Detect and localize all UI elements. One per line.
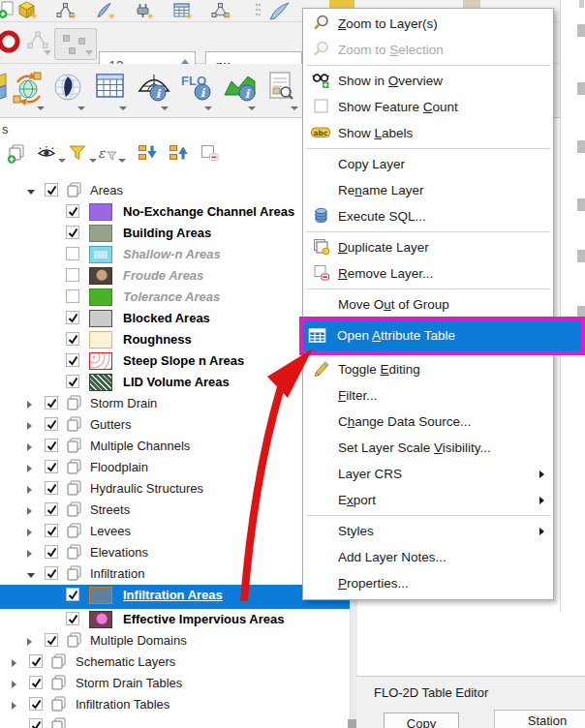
remove-layer-group-icon[interactable] xyxy=(200,143,221,163)
new-cube-icon[interactable]: ✳ xyxy=(17,1,36,19)
menu-item-move-out-of-group[interactable]: Move Out of Group xyxy=(303,291,553,318)
layer-visibility-checkbox[interactable] xyxy=(66,375,79,388)
layer-visibility-checkbox[interactable] xyxy=(66,247,79,260)
menu-item-set-layer-scale-visibility[interactable]: Set Layer Scale Visibility... xyxy=(303,435,553,461)
expand-caret-icon[interactable] xyxy=(27,486,32,494)
abort-render-icon[interactable] xyxy=(0,29,22,55)
layer-visibility-checkbox[interactable] xyxy=(66,353,79,367)
manage-visibility-eye-icon[interactable] xyxy=(37,143,58,163)
layer-row-roughness[interactable]: Roughness xyxy=(0,329,350,350)
feather-big-icon[interactable] xyxy=(267,1,291,21)
layer-row-elevations[interactable]: Elevations xyxy=(0,542,350,563)
menu-item-duplicate-layer[interactable]: Duplicate Layer xyxy=(303,234,553,260)
layer-visibility-checkbox[interactable] xyxy=(66,204,79,218)
layer-row-multiple-channels[interactable]: Multiple Channels xyxy=(0,436,350,457)
layer-visibility-checkbox[interactable] xyxy=(66,289,79,303)
layer-visibility-checkbox[interactable] xyxy=(66,612,79,625)
layer-row-hydraulic-structures[interactable]: Hydraulic Structures xyxy=(0,478,350,500)
new-plug-icon[interactable]: ✳ xyxy=(134,1,152,19)
expand-caret-icon[interactable] xyxy=(27,465,32,472)
menu-item-remove-layer[interactable]: Remove Layer... xyxy=(303,260,553,287)
partial-toolbar-icon[interactable] xyxy=(0,72,8,101)
copy-button[interactable]: Copy xyxy=(384,713,459,728)
layer-visibility-checkbox[interactable] xyxy=(45,502,58,516)
layer-visibility-checkbox[interactable] xyxy=(45,183,58,197)
layer-row-effective-impervious-areas[interactable]: Effective Impervious Areas xyxy=(0,609,350,630)
layer-visibility-checkbox[interactable] xyxy=(66,226,79,239)
layer-row-building-areas[interactable]: Building Areas xyxy=(0,223,350,244)
expand-caret-icon[interactable] xyxy=(12,702,16,710)
layer-row-multiple-domains[interactable]: Multiple Domains xyxy=(0,630,350,652)
layer-visibility-checkbox[interactable] xyxy=(45,460,58,473)
add-group-icon[interactable] xyxy=(6,143,27,165)
expand-caret-icon[interactable] xyxy=(27,401,32,409)
menu-item-styles[interactable]: Styles xyxy=(303,518,553,544)
layer-row-streets[interactable]: Streets xyxy=(0,500,350,521)
layer-row-froude-areas[interactable]: Froude Areas xyxy=(0,265,350,287)
menu-item-execute-sql[interactable]: Execute SQL... xyxy=(303,203,553,229)
filter-legend-funnel-icon[interactable] xyxy=(68,143,87,163)
layer-row-blocked-areas[interactable]: Blocked Areas xyxy=(0,308,350,329)
layer-visibility-checkbox[interactable] xyxy=(45,566,58,580)
layer-row-gutters[interactable]: Gutters xyxy=(0,414,350,436)
penguin-globe-icon[interactable] xyxy=(52,70,85,105)
menu-item-export[interactable]: Export xyxy=(303,487,553,513)
collapse-caret-icon[interactable] xyxy=(27,190,35,195)
expand-caret-icon[interactable] xyxy=(27,529,32,536)
layer-row-tolerance-areas[interactable]: Tolerance Areas xyxy=(0,287,350,308)
layer-row-levees[interactable]: Levees xyxy=(0,521,350,542)
layer-visibility-checkbox[interactable] xyxy=(45,417,58,431)
new-feather-icon[interactable]: ✳ xyxy=(95,1,113,19)
flo-info-icon[interactable]: FLOi xyxy=(179,70,218,103)
expand-caret-icon[interactable] xyxy=(27,507,32,515)
expand-caret-icon[interactable] xyxy=(27,443,32,451)
expand-caret-icon[interactable] xyxy=(27,550,32,558)
layer-row-infiltration[interactable]: Infiltration xyxy=(0,563,350,585)
layer-row-item[interactable] xyxy=(0,715,350,728)
menu-item-rename-layer[interactable]: Rename Layer xyxy=(303,177,553,203)
new-layer-plus-icon[interactable] xyxy=(0,1,15,19)
layer-visibility-checkbox[interactable] xyxy=(29,654,43,668)
layer-row-shallow-n-areas[interactable]: Shallow-n Areas xyxy=(0,244,350,265)
layer-row-steep-slope-n-areas[interactable]: Steep Slope n Areas xyxy=(0,350,350,372)
menu-item-show-feature-count[interactable]: Show Feature Count xyxy=(303,94,553,120)
layer-visibility-checkbox[interactable] xyxy=(66,268,79,282)
open-attribute-table-highlight[interactable]: Open Attribute Table xyxy=(299,317,585,355)
sync-globe-icon[interactable] xyxy=(12,70,46,106)
toolbar-handle-icon[interactable] xyxy=(255,3,261,18)
layer-row-schematic-layers[interactable]: Schematic Layers xyxy=(0,652,350,673)
filter-expression-epsilon-icon[interactable]: ε xyxy=(97,143,120,163)
layer-visibility-checkbox[interactable] xyxy=(66,332,79,346)
expand-all-icon[interactable] xyxy=(138,143,159,163)
layer-visibility-checkbox[interactable] xyxy=(45,439,58,452)
layer-visibility-checkbox[interactable] xyxy=(45,396,58,410)
menu-item-zoom-to-layer-s[interactable]: Zoom to Layer(s) xyxy=(303,11,553,37)
layer-visibility-checkbox[interactable] xyxy=(66,311,79,324)
menu-item-zoom-to-selection[interactable]: Zoom to Selection xyxy=(303,37,553,63)
layer-row-infiltration-tables[interactable]: Infiltration Tables xyxy=(0,694,350,715)
layer-row-areas[interactable]: Areas xyxy=(0,180,350,201)
layer-row-infiltration-areas[interactable]: Infiltration Areas xyxy=(0,585,350,609)
new-table-icon[interactable]: ✳ xyxy=(172,1,191,19)
station-column-header[interactable]: Station xyxy=(494,710,585,728)
menu-item-filter[interactable]: Filter... xyxy=(303,382,553,409)
expand-caret-icon[interactable] xyxy=(27,422,32,430)
menu-item-add-layer-notes[interactable]: Add Layer Notes... xyxy=(303,544,553,570)
layer-row-storm-drain-tables[interactable]: Storm Drain Tables xyxy=(0,673,350,694)
layer-visibility-checkbox[interactable] xyxy=(45,481,58,495)
menu-item-show-labels[interactable]: abcShow Labels xyxy=(303,120,553,146)
layer-row-no-exchange-channel-areas[interactable]: No-Exchange Channel Areas xyxy=(0,201,350,223)
expand-caret-icon[interactable] xyxy=(27,638,32,646)
menu-item-show-in-overview[interactable]: Show in Overview xyxy=(303,68,553,94)
expand-caret-icon[interactable] xyxy=(12,659,16,667)
expand-caret-icon[interactable] xyxy=(12,681,16,688)
layer-visibility-checkbox[interactable] xyxy=(66,588,79,601)
new-nodes-icon[interactable]: ✳ xyxy=(56,1,75,19)
collapse-all-icon[interactable] xyxy=(169,143,190,163)
menu-item-change-data-source[interactable]: Change Data Source... xyxy=(303,409,553,435)
menu-item-toggle-editing[interactable]: Toggle Editing xyxy=(303,356,553,382)
dome-info-icon[interactable]: i xyxy=(136,70,172,103)
layer-row-storm-drain[interactable]: Storm Drain xyxy=(0,393,350,414)
layer-visibility-checkbox[interactable] xyxy=(29,718,43,728)
menu-item-layer-crs[interactable]: Layer CRS xyxy=(303,461,553,487)
